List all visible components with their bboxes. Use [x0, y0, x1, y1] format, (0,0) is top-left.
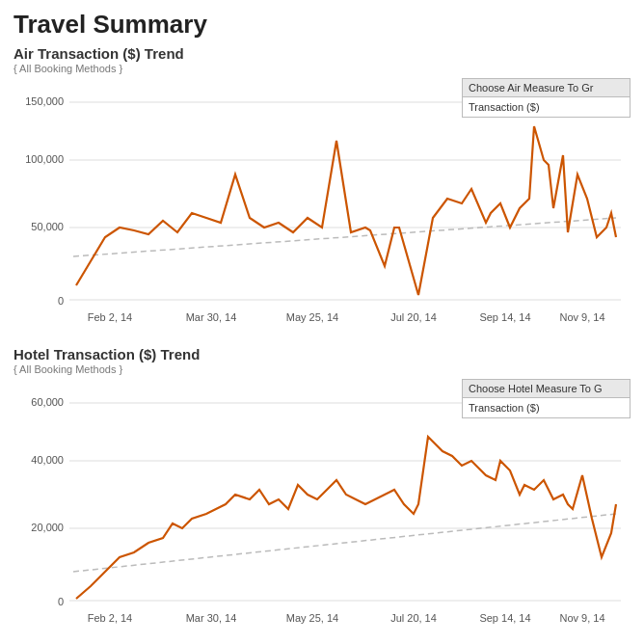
air-measure-box[interactable]: Choose Air Measure To Gr Transaction ($) [462, 78, 631, 118]
svg-text:Feb 2, 14: Feb 2, 14 [88, 612, 132, 624]
air-chart-subtitle: { All Booking Methods } [13, 63, 631, 74]
hotel-measure-option[interactable]: Transaction ($) [463, 398, 630, 417]
svg-text:20,000: 20,000 [31, 522, 64, 533]
air-measure-option[interactable]: Transaction ($) [463, 97, 630, 117]
svg-text:May 25, 14: May 25, 14 [286, 311, 338, 323]
hotel-chart-container: Choose Hotel Measure To G Transaction ($… [13, 379, 631, 639]
svg-text:100,000: 100,000 [25, 153, 64, 165]
page-title: Travel Summary [0, 0, 644, 45]
hotel-chart-subtitle: { All Booking Methods } [13, 363, 631, 375]
air-chart-section: Air Transaction ($) Trend { All Booking … [0, 45, 644, 338]
svg-line-23 [73, 514, 616, 572]
svg-text:40,000: 40,000 [31, 454, 64, 466]
svg-text:0: 0 [58, 596, 64, 607]
air-measure-header: Choose Air Measure To Gr [463, 79, 630, 97]
svg-text:Mar 30, 14: Mar 30, 14 [186, 612, 237, 624]
hotel-measure-header: Choose Hotel Measure To G [463, 380, 630, 398]
air-chart-container: Choose Air Measure To Gr Transaction ($)… [13, 78, 631, 338]
svg-text:150,000: 150,000 [25, 95, 64, 107]
air-chart-title: Air Transaction ($) Trend [13, 45, 631, 62]
svg-text:Jul 20, 14: Jul 20, 14 [390, 612, 437, 624]
hotel-chart-section: Hotel Transaction ($) Trend { All Bookin… [0, 346, 644, 639]
svg-text:May 25, 14: May 25, 14 [286, 612, 338, 624]
svg-line-8 [73, 218, 616, 256]
svg-text:Feb 2, 14: Feb 2, 14 [88, 311, 132, 323]
svg-text:60,000: 60,000 [31, 396, 64, 408]
svg-text:50,000: 50,000 [31, 221, 64, 232]
svg-text:Jul 20, 14: Jul 20, 14 [390, 311, 437, 323]
hotel-chart-title: Hotel Transaction ($) Trend [13, 346, 631, 362]
svg-text:Nov 9, 14: Nov 9, 14 [559, 612, 604, 624]
svg-text:Mar 30, 14: Mar 30, 14 [186, 311, 237, 323]
svg-text:Sep 14, 14: Sep 14, 14 [479, 612, 530, 624]
svg-text:Nov 9, 14: Nov 9, 14 [559, 311, 604, 323]
svg-text:Sep 14, 14: Sep 14, 14 [479, 311, 530, 323]
hotel-measure-box[interactable]: Choose Hotel Measure To G Transaction ($… [462, 379, 631, 418]
svg-text:0: 0 [58, 295, 64, 307]
